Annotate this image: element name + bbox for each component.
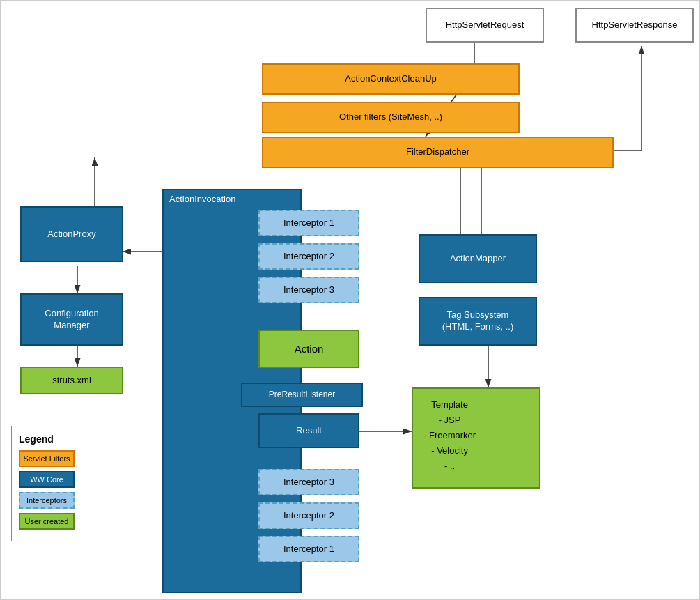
interceptor1-top-box: Interceptor 1 [258,210,359,236]
action-mapper-label: ActionMapper [450,253,506,265]
legend-swatch-lightblue: Interceptors [19,492,75,509]
interceptor1-top-label: Interceptor 1 [283,217,334,229]
struts-xml-box: struts.xml [20,367,123,394]
http-servlet-response-box: HttpServletResponse [575,8,694,43]
action-context-cleanup-box: ActionContextCleanUp [262,63,520,95]
other-filters-box: Other filters (SiteMesh, ..) [262,102,520,133]
legend-lightblue-text: Interceptors [26,496,67,505]
legend-title: Legend [19,433,143,445]
interceptor2-bottom-label: Interceptor 2 [283,510,334,522]
interceptor2-bottom-box: Interceptor 2 [258,502,359,529]
legend-green-text: User created [25,517,69,525]
action-proxy-box: ActionProxy [20,206,123,262]
filter-dispatcher-box: FilterDispatcher [262,137,614,168]
legend-darkblue-text: WW Core [30,475,63,484]
action-mapper-box: ActionMapper [419,234,537,283]
template-box: Template - JSP - Freemarker - Velocity -… [412,387,540,489]
config-manager-box: Configuration Manager [20,293,123,346]
interceptor3-bottom-label: Interceptor 3 [283,477,334,489]
legend-item-darkblue: WW Core [19,471,143,488]
action-label: Action [295,342,324,356]
interceptor2-top-label: Interceptor 2 [283,251,334,263]
legend-item-lightblue: Interceptors [19,492,143,509]
legend-swatch-green: User created [19,513,75,530]
other-filters-label: Other filters (SiteMesh, ..) [339,111,442,123]
interceptor3-top-box: Interceptor 3 [258,277,359,303]
http-servlet-request-label: HttpServletRequest [446,20,524,31]
config-manager-label: Configuration Manager [45,308,98,332]
template-label: Template - JSP - Freemarker - Velocity -… [423,397,476,474]
action-context-cleanup-label: ActionContextCleanUp [345,73,437,85]
result-label: Result [296,425,322,437]
legend-item-green: User created [19,513,143,530]
interceptor1-bottom-label: Interceptor 1 [283,544,334,555]
http-servlet-response-label: HttpServletResponse [592,20,678,31]
legend-swatch-orange: Servlet Filters [19,450,75,467]
legend-panel: Legend Servlet Filters WW Core Intercept… [11,426,150,541]
action-invocation-label: ActionInvocation [169,194,235,206]
tag-subsystem-label: Tag Subsystem (HTML, Forms, ..) [442,309,514,333]
http-servlet-request-box: HttpServletRequest [426,8,544,43]
pre-result-listener-box: PreResultListener [241,383,363,407]
struts-xml-label: struts.xml [52,375,91,387]
legend-swatch-darkblue: WW Core [19,471,75,488]
interceptor3-top-label: Interceptor 3 [283,284,334,296]
interceptor2-top-box: Interceptor 2 [258,243,359,270]
action-box: Action [258,330,359,368]
tag-subsystem-box: Tag Subsystem (HTML, Forms, ..) [419,297,537,346]
action-proxy-label: ActionProxy [47,229,95,240]
interceptor1-bottom-box: Interceptor 1 [258,536,359,562]
legend-item-orange: Servlet Filters [19,450,143,467]
pre-result-listener-label: PreResultListener [269,390,335,401]
legend-orange-text: Servlet Filters [23,454,70,463]
result-box: Result [258,413,359,448]
filter-dispatcher-label: FilterDispatcher [406,146,469,158]
interceptor3-bottom-box: Interceptor 3 [258,469,359,495]
diagram-container: HttpServletRequest HttpServletResponse A… [0,0,700,600]
